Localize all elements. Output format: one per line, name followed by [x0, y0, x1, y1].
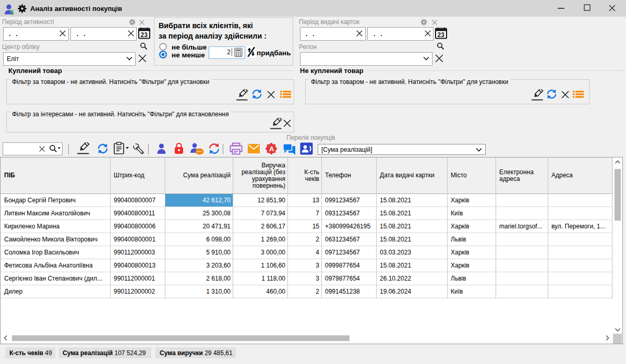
svg-text:A: A — [269, 145, 274, 153]
svg-text:23: 23 — [438, 31, 445, 39]
svg-text:$: $ — [10, 8, 14, 16]
svg-text:23: 23 — [141, 31, 148, 39]
